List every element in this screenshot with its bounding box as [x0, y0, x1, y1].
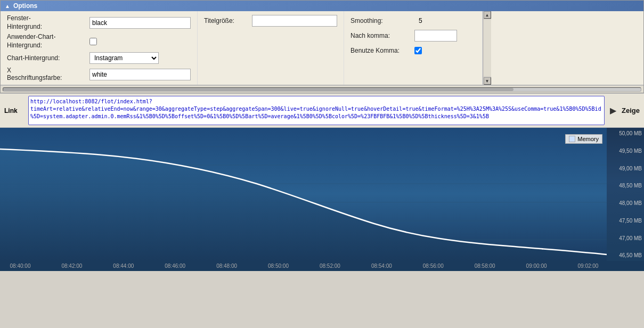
benutze-komma-label: Benutze Komma:	[350, 47, 414, 54]
y-label-4: 48,00 MB	[607, 200, 642, 206]
chart-container: Memory 50,00 MB 49,50 MB 49,00 MB 48,50 …	[0, 128, 644, 271]
legend-color-box	[569, 136, 575, 142]
x-label-2: 08:44:00	[108, 263, 140, 269]
link-arrow-icon[interactable]: ▶	[610, 105, 616, 116]
h-scrollbar-track[interactable]	[3, 87, 641, 92]
y-label-1: 49,50 MB	[607, 148, 642, 154]
x-label-3: 08:46:00	[159, 263, 191, 269]
col-center: Titelgröße:	[198, 11, 344, 85]
x-beschriftung-input[interactable]	[89, 69, 191, 80]
y-label-2: 49,00 MB	[607, 166, 642, 171]
x-label-6: 08:52:00	[314, 263, 346, 269]
x-label-10: 09:00:00	[520, 263, 552, 269]
scrollbar-track	[484, 20, 491, 76]
scrollbar-up-button[interactable]: ▲	[484, 11, 491, 19]
col-right: Smoothing: 5 Nach komma: Benutze Komma:	[344, 11, 483, 85]
zeige-button[interactable]: Zeige	[622, 106, 640, 114]
y-label-7: 46,50 MB	[607, 252, 642, 258]
y-axis: 50,00 MB 49,50 MB 49,00 MB 48,50 MB 48,0…	[607, 128, 644, 261]
link-url-textarea[interactable]: http://localhost:8082/flot/index.html?ti…	[28, 96, 605, 125]
anwender-label: Anwender-Chart-Hintergrund:	[7, 33, 89, 50]
options-title: Options	[13, 2, 37, 10]
col-left: Fenster-Hintergrund: Anwender-Chart-Hint…	[1, 11, 198, 85]
x-beschriftung-row: XBeschriftungsfarbe:	[7, 67, 191, 81]
horizontal-scrollbar	[1, 85, 643, 93]
titelgroesse-input[interactable]	[252, 15, 337, 27]
chart-svg	[0, 128, 607, 261]
anwender-checkbox[interactable]	[89, 38, 97, 45]
vertical-scrollbar: ▲ ▼	[483, 11, 491, 85]
x-label-7: 08:54:00	[365, 263, 397, 269]
chart-plot: Memory 50,00 MB 49,50 MB 49,00 MB 48,50 …	[0, 128, 644, 261]
nachkomma-row: Nach komma:	[350, 29, 476, 42]
benutze-komma-row: Benutze Komma:	[350, 44, 476, 57]
x-label-1: 08:42:00	[56, 263, 88, 269]
fenster-label: Fenster-Hintergrund:	[7, 14, 89, 31]
y-label-3: 48,50 MB	[607, 183, 642, 188]
y-label-5: 47,50 MB	[607, 218, 642, 224]
fenster-row: Fenster-Hintergrund:	[7, 14, 191, 31]
y-label-0: 50,00 MB	[607, 130, 642, 136]
options-form-area: Fenster-Hintergrund: Anwender-Chart-Hint…	[1, 11, 643, 85]
benutze-komma-checkbox[interactable]	[414, 47, 422, 54]
options-panel: ▲ Options Fenster-Hintergrund: Anwender-…	[0, 0, 644, 93]
x-label-8: 08:56:00	[417, 263, 449, 269]
scrollbar-down-button[interactable]: ▼	[484, 77, 491, 85]
x-axis: 08:40:00 08:42:00 08:44:00 08:46:00 08:4…	[0, 261, 644, 271]
link-section: Link http://localhost:8082/flot/index.ht…	[0, 93, 644, 128]
h-scrollbar-thumb	[3, 88, 513, 91]
nachkomma-label: Nach komma:	[350, 32, 414, 39]
chart-hintergrund-row: Chart-Hintergrund: Instagram Dark Light …	[7, 52, 191, 64]
chart-hintergrund-label: Chart-Hintergrund:	[7, 54, 89, 62]
collapse-arrow-icon[interactable]: ▲	[5, 3, 10, 9]
x-label-9: 08:58:00	[469, 263, 501, 269]
titelgroesse-label: Titelgröße:	[204, 17, 252, 24]
titelgroesse-row: Titelgröße:	[204, 14, 337, 27]
x-label-4: 08:48:00	[211, 263, 243, 269]
chart-hintergrund-select[interactable]: Instagram Dark Light Custom	[89, 52, 159, 64]
x-beschriftung-label: XBeschriftungsfarbe:	[7, 67, 89, 81]
anwender-row: Anwender-Chart-Hintergrund:	[7, 33, 191, 50]
x-label-11: 09:02:00	[572, 263, 604, 269]
legend-label: Memory	[577, 136, 599, 142]
x-label-0: 08:40:00	[4, 263, 36, 269]
x-label-5: 08:50:00	[263, 263, 295, 269]
smoothing-row: Smoothing: 5	[350, 14, 476, 27]
link-label: Link	[4, 107, 23, 114]
smoothing-label: Smoothing:	[350, 17, 414, 24]
y-label-6: 47,00 MB	[607, 235, 642, 241]
nachkomma-input[interactable]	[414, 30, 457, 42]
chart-legend: Memory	[565, 134, 602, 144]
options-header: ▲ Options	[1, 1, 643, 11]
fenster-input[interactable]	[89, 17, 191, 29]
smoothing-value: 5	[419, 17, 422, 24]
